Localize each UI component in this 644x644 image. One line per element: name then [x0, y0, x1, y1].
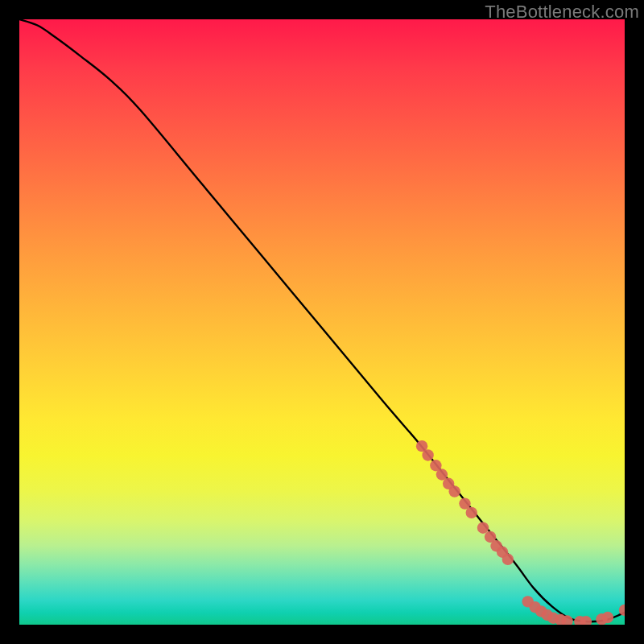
plot-area	[19, 19, 625, 625]
data-markers	[416, 440, 625, 625]
data-point-marker	[422, 449, 433, 460]
bottleneck-curve	[19, 19, 625, 621]
chart-stage: TheBottleneck.com	[0, 0, 644, 644]
watermark-text: TheBottleneck.com	[485, 2, 639, 23]
data-point-marker	[466, 507, 477, 518]
data-point-marker	[602, 612, 613, 623]
chart-svg	[19, 19, 625, 625]
data-point-marker	[448, 485, 460, 497]
data-point-marker	[477, 522, 489, 533]
bottleneck-curve-path	[19, 19, 625, 621]
data-point-marker	[502, 554, 514, 565]
